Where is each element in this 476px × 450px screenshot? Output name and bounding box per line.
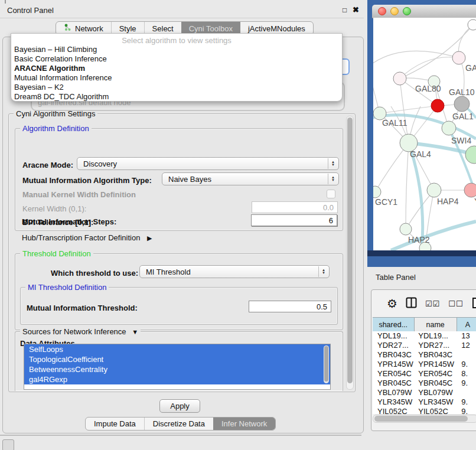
which-threshold-combobox[interactable]: MI Threshold ▲▼: [139, 265, 330, 278]
network-node[interactable]: [454, 96, 470, 112]
table-cell[interactable]: YIL052C: [413, 407, 457, 414]
table-row[interactable]: YLR345WYLR345W9.: [373, 397, 476, 407]
network-node[interactable]: [452, 51, 465, 64]
table-cell[interactable]: YIL052C: [373, 407, 413, 414]
column-header-shared-name[interactable]: shared...: [373, 318, 415, 332]
table-cell[interactable]: YBL079W: [373, 388, 413, 397]
aracne-mode-combobox[interactable]: Discovery ▲▼: [77, 157, 339, 170]
algorithm-option[interactable]: Basic Correlation Inference: [11, 54, 342, 64]
attributes-scrollbar-thumb[interactable]: [324, 346, 328, 381]
mi-type-combobox[interactable]: Naive Bayes ▲▼: [162, 172, 339, 185]
mi-steps-field[interactable]: 6: [251, 214, 337, 226]
table-cell[interactable]: 9.: [457, 407, 476, 414]
table-cell[interactable]: 12: [457, 341, 476, 350]
table-horizontal-scrollbar[interactable]: [373, 415, 476, 423]
table-cell[interactable]: YLR345W: [413, 397, 457, 407]
manual-kernel-checkbox[interactable]: [327, 190, 335, 198]
table-cell[interactable]: 8.: [457, 369, 476, 379]
network-node[interactable]: [431, 99, 444, 112]
algorithm-option[interactable]: Bayesian – Hill Climbing: [11, 45, 342, 54]
table-cell[interactable]: 13: [457, 331, 476, 341]
gear-icon[interactable]: ⚙: [387, 296, 397, 311]
table-row[interactable]: YDR27...YDR27...12: [373, 341, 476, 350]
select-all-checkboxes-icon[interactable]: ☑☑: [425, 299, 440, 308]
table-row[interactable]: YER054CYER054C8.: [373, 369, 476, 379]
network-window-titlebar[interactable]: [372, 5, 476, 18]
table-cell[interactable]: YPR145W: [373, 360, 413, 369]
sources-group-toggle[interactable]: Sources for Network Inference ▼: [20, 327, 141, 336]
network-node[interactable]: [393, 72, 406, 85]
table-cell[interactable]: YBL079W: [413, 388, 457, 397]
table-cell[interactable]: YER054C: [373, 369, 413, 379]
tab-discretize-data[interactable]: Discretize Data: [144, 418, 213, 430]
float-panel-icon[interactable]: □: [343, 6, 347, 14]
mi-threshold-field[interactable]: 0.5: [249, 301, 331, 312]
deselect-all-checkboxes-icon[interactable]: ☐☐: [448, 299, 463, 308]
settings-scrollbar-thumb[interactable]: [347, 118, 353, 383]
table-cell[interactable]: YDL19...: [373, 331, 413, 341]
table-horizontal-scrollbar-thumb[interactable]: [374, 416, 468, 422]
table-cell[interactable]: YDL19...: [413, 331, 457, 341]
table-cell[interactable]: [457, 388, 476, 397]
data-attribute-item[interactable]: SelfLoops: [24, 344, 330, 354]
table-row[interactable]: YIL052CYIL052C9.: [373, 407, 476, 414]
apply-button[interactable]: Apply: [159, 399, 200, 413]
table-cell[interactable]: [457, 350, 476, 360]
mi-type-stepper-icon[interactable]: ▲▼: [328, 174, 338, 184]
network-edge[interactable]: [380, 106, 438, 113]
zoom-window-icon[interactable]: [403, 7, 411, 15]
table-row[interactable]: YPR145WYPR145W9.: [373, 360, 476, 369]
network-canvas[interactable]: GALGAL80GAL10GAL1GAL11SWI4GAL4GCY1HAP4YH…: [373, 18, 476, 250]
network-edge[interactable]: [406, 143, 409, 229]
minimize-window-icon[interactable]: [390, 7, 399, 15]
table-cell[interactable]: YBR043C: [373, 350, 413, 360]
table-row[interactable]: YBR045CYBR045C9.: [373, 379, 476, 388]
table-cell[interactable]: YDR27...: [373, 341, 413, 350]
table-cell[interactable]: YDR27...: [413, 341, 457, 350]
table-cell[interactable]: YBR045C: [373, 379, 413, 388]
close-panel-icon[interactable]: ✖: [353, 5, 359, 14]
network-node[interactable]: [468, 19, 476, 30]
table-row[interactable]: YDL19...YDL19...13: [373, 331, 476, 341]
algorithm-option[interactable]: ARACNE Algorithm: [11, 64, 342, 73]
algorithm-option[interactable]: Bayesian – K2: [11, 83, 342, 92]
network-node[interactable]: [465, 146, 476, 164]
table-cell[interactable]: YER054C: [413, 369, 457, 379]
settings-scrollbar[interactable]: [346, 116, 354, 390]
table-row[interactable]: YBR043CYBR043C: [373, 350, 476, 360]
network-edge[interactable]: [400, 25, 473, 79]
table-cell[interactable]: YPR145W: [413, 360, 457, 369]
document-icon[interactable]: [472, 297, 476, 311]
algorithm-option[interactable]: Dream8 DC_TDC Algorithm: [11, 92, 342, 102]
table-cell[interactable]: YLR345W: [373, 397, 413, 407]
tab-impute-data[interactable]: Impute Data: [86, 418, 144, 430]
network-node[interactable]: [400, 223, 412, 235]
network-edge[interactable]: [400, 57, 459, 79]
data-attribute-item[interactable]: gal4RGexp: [24, 374, 330, 384]
which-threshold-stepper-icon[interactable]: ▲▼: [318, 266, 328, 277]
network-node[interactable]: [373, 186, 381, 198]
split-columns-icon[interactable]: [406, 297, 417, 310]
column-header-name[interactable]: name: [415, 318, 457, 332]
algorithm-option[interactable]: Mutual Information Inference: [11, 73, 342, 83]
collapsed-panel-button[interactable]: [2, 439, 14, 450]
table-cell[interactable]: 9.: [457, 379, 476, 388]
data-attribute-item[interactable]: TopologicalCoefficient: [24, 354, 330, 364]
tab-infer-network[interactable]: Infer Network: [213, 418, 275, 430]
data-attribute-item[interactable]: BetweennessCentrality: [24, 364, 330, 374]
network-node[interactable]: [442, 121, 456, 135]
attributes-scrollbar[interactable]: [324, 345, 329, 383]
table-row[interactable]: YBL079WYBL079W: [373, 388, 476, 397]
kernel-width-field[interactable]: 0.0: [252, 201, 338, 213]
table-cell[interactable]: YBR043C: [413, 350, 457, 360]
network-node[interactable]: [464, 183, 476, 197]
network-node[interactable]: [427, 183, 441, 197]
hub-definition-toggle[interactable]: Hub/Transcription Factor Definition ▶: [22, 233, 152, 242]
table-cell[interactable]: 9.: [457, 360, 476, 369]
table-cell[interactable]: YBR045C: [413, 379, 457, 388]
aracne-mode-stepper-icon[interactable]: ▲▼: [328, 158, 338, 169]
network-edge[interactable]: [373, 51, 459, 65]
table-cell[interactable]: 9.: [457, 397, 476, 407]
close-window-icon[interactable]: [378, 7, 386, 15]
column-header-partial[interactable]: A: [457, 318, 476, 332]
